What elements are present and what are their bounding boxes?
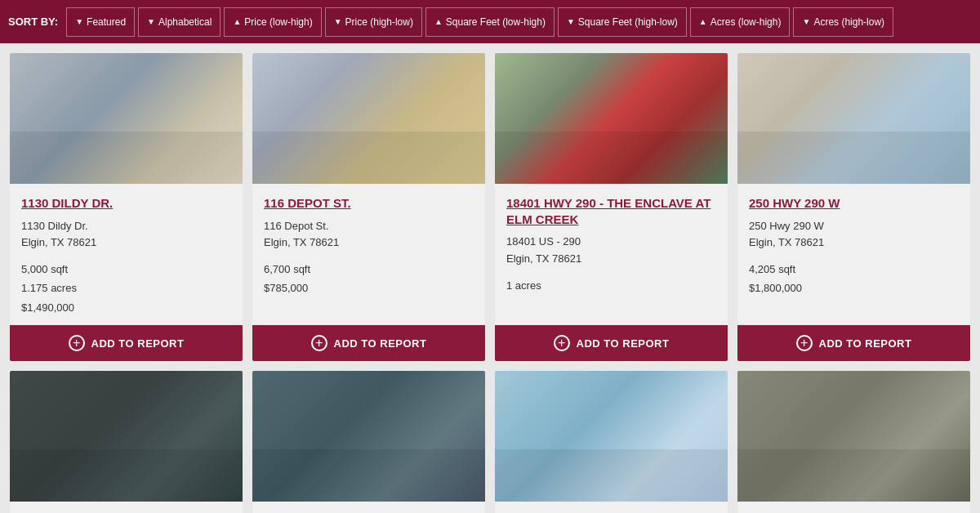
add-icon-2: + [311, 335, 327, 351]
card-address-3: 18401 US - 290Elgin, TX 78621 [506, 234, 716, 268]
sort-btn-featured[interactable]: ▼ Featured [66, 7, 135, 37]
card-image-8 [737, 371, 970, 502]
card-title-3[interactable]: 18401 HWY 290 - THE ENCLAVE AT ELM CREEK [506, 195, 716, 227]
card-details-1: 5,000 sqft1.175 acres$1,490,000 [21, 260, 231, 317]
card-body-7 [495, 502, 728, 513]
add-label-3: ADD TO REPORT [577, 337, 670, 350]
property-card-2: 116 DEPOT ST.116 Depot St.Elgin, TX 7862… [252, 53, 485, 361]
card-title-2[interactable]: 116 DEPOT ST. [264, 195, 474, 212]
property-card-8: +ADD TO REPORT [737, 371, 970, 513]
add-label-4: ADD TO REPORT [819, 337, 912, 350]
card-image-7 [495, 371, 728, 502]
add-icon-4: + [796, 335, 813, 351]
card-title-1[interactable]: 1130 DILDY DR. [21, 195, 231, 212]
sort-btn-sqft-high-low[interactable]: ▼ Square Feet (high-low) [558, 7, 687, 37]
sort-btn-acres-high-low[interactable]: ▼ Acres (high-low) [793, 7, 893, 37]
card-details-4: 4,205 sqft$1,800,000 [749, 260, 959, 298]
property-card-4: 250 HWY 290 W250 Hwy 290 WElgin, TX 7862… [737, 53, 970, 361]
card-body-1: 1130 DILDY DR.1130 Dildy Dr.Elgin, TX 78… [10, 184, 243, 325]
sort-btn-price-high-low[interactable]: ▼ Price (high-low) [325, 7, 422, 37]
add-label-2: ADD TO REPORT [334, 337, 427, 350]
card-body-3: 18401 HWY 290 - THE ENCLAVE AT ELM CREEK… [495, 184, 728, 325]
cards-grid: 1130 DILDY DR.1130 Dildy Dr.Elgin, TX 78… [0, 43, 980, 513]
card-image-4 [737, 53, 970, 184]
card-body-5 [10, 502, 243, 513]
card-details-3: 1 acres [506, 276, 716, 295]
add-to-report-btn-1[interactable]: +ADD TO REPORT [10, 325, 243, 361]
card-body-8 [737, 502, 970, 513]
property-card-7: +ADD TO REPORT [495, 371, 728, 513]
card-image-6 [252, 371, 485, 502]
card-address-2: 116 Depot St.Elgin, TX 78621 [264, 218, 474, 252]
card-address-1: 1130 Dildy Dr.Elgin, TX 78621 [21, 218, 231, 252]
sort-label: SORT BY: [8, 16, 58, 28]
sort-bar: SORT BY: ▼ Featured▼ Alphabetical▲ Price… [0, 0, 980, 43]
card-body-2: 116 DEPOT ST.116 Depot St.Elgin, TX 7862… [252, 184, 485, 325]
add-icon-3: + [554, 335, 570, 351]
sort-btn-alphabetical[interactable]: ▼ Alphabetical [138, 7, 220, 37]
card-address-4: 250 Hwy 290 WElgin, TX 78621 [749, 218, 959, 252]
add-to-report-btn-4[interactable]: +ADD TO REPORT [737, 325, 970, 361]
property-card-5: +ADD TO REPORT [10, 371, 243, 513]
property-card-6: +ADD TO REPORT [252, 371, 485, 513]
card-image-5 [10, 371, 243, 502]
card-body-4: 250 HWY 290 W250 Hwy 290 WElgin, TX 7862… [737, 184, 970, 325]
sort-btn-sqft-low-high[interactable]: ▲ Square Feet (low-high) [425, 7, 555, 37]
card-image-2 [252, 53, 485, 184]
card-image-3 [495, 53, 728, 184]
add-icon-1: + [69, 335, 85, 351]
property-card-1: 1130 DILDY DR.1130 Dildy Dr.Elgin, TX 78… [10, 53, 243, 361]
sort-btn-price-low-high[interactable]: ▲ Price (low-high) [224, 7, 321, 37]
property-card-3: 18401 HWY 290 - THE ENCLAVE AT ELM CREEK… [495, 53, 728, 361]
add-to-report-btn-2[interactable]: +ADD TO REPORT [252, 325, 485, 361]
card-body-6 [252, 502, 485, 513]
card-details-2: 6,700 sqft$785,000 [264, 260, 474, 298]
sort-btn-acres-low-high[interactable]: ▲ Acres (low-high) [690, 7, 791, 37]
card-image-1 [10, 53, 243, 184]
add-label-1: ADD TO REPORT [91, 337, 185, 350]
add-to-report-btn-3[interactable]: +ADD TO REPORT [495, 325, 728, 361]
card-title-4[interactable]: 250 HWY 290 W [749, 195, 959, 212]
